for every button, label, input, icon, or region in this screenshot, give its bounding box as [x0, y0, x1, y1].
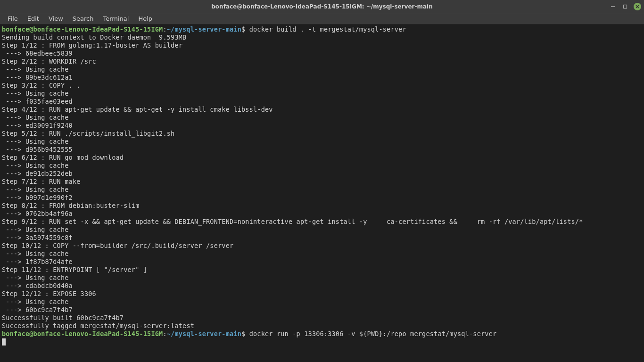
output-line: ---> Using cache: [2, 162, 642, 170]
output-line: ---> de91db252deb: [2, 170, 642, 178]
menubar: File Edit View Search Terminal Help: [0, 13, 644, 25]
output-line: ---> cdabdcb0d40a: [2, 282, 642, 290]
output-line: Sending build context to Docker daemon 9…: [2, 33, 642, 41]
output-line: Step 3/12 : COPY . .: [2, 82, 642, 90]
output-line: Step 1/12 : FROM golang:1.17-buster AS b…: [2, 41, 642, 49]
output-line: ---> ed30091f9240: [2, 122, 642, 130]
output-line: ---> Using cache: [2, 114, 642, 122]
output-line: ---> Using cache: [2, 226, 642, 234]
close-button[interactable]: [634, 3, 641, 10]
output-line: ---> 89be3dc612a1: [2, 74, 642, 82]
output-line: ---> f035fae03eed: [2, 98, 642, 106]
window-controls: [609, 3, 641, 10]
maximize-button[interactable]: [621, 3, 629, 10]
output-line: ---> Using cache: [2, 274, 642, 282]
output-line: Step 11/12 : ENTRYPOINT [ "/server" ]: [2, 266, 642, 274]
output-line: Step 10/12 : COPY --from=builder /src/.b…: [2, 242, 642, 250]
cwd-path: ~/mysql-server-main: [167, 25, 241, 33]
cwd-path: ~/mysql-server-main: [167, 330, 241, 337]
prompt-line-2: bonface@bonface-Lenovo-IdeaPad-S145-15IG…: [2, 330, 642, 338]
menu-help[interactable]: Help: [133, 14, 157, 23]
output-line: ---> 0762bb4af96a: [2, 210, 642, 218]
output-line: Step 7/12 : RUN make: [2, 178, 642, 186]
output-line: ---> Using cache: [2, 90, 642, 98]
terminal-output[interactable]: bonface@bonface-Lenovo-IdeaPad-S145-15IG…: [0, 25, 644, 362]
output-line: ---> Using cache: [2, 138, 642, 146]
output-line: ---> 68edbeec5839: [2, 49, 642, 58]
menu-search[interactable]: Search: [68, 14, 99, 23]
output-line: Successfully tagged mergestat/mysql-serv…: [2, 322, 642, 330]
output-line: ---> d956b9452555: [2, 146, 642, 154]
output-line: Step 12/12 : EXPOSE 3306: [2, 290, 642, 298]
output-line: ---> Using cache: [2, 66, 642, 74]
output-line: ---> 1f87b87d4afe: [2, 258, 642, 266]
command-2: docker run -p 13306:3306 -v ${PWD}:/repo…: [245, 330, 496, 337]
cursor-icon: [2, 338, 6, 346]
window-title: bonface@bonface-Lenovo-IdeaPad-S145-15IG…: [211, 3, 432, 10]
output-line: Step 8/12 : FROM debian:buster-slim: [2, 202, 642, 210]
output-line: Step 2/12 : WORKDIR /src: [2, 58, 642, 66]
output-line: Step 6/12 : RUN go mod download: [2, 154, 642, 162]
output-line: Step 5/12 : RUN ./scripts/install_libgit…: [2, 130, 642, 138]
output-line: ---> Using cache: [2, 186, 642, 194]
command-1: docker build . -t mergestat/mysql-server: [245, 25, 406, 33]
cursor-line: [2, 338, 642, 346]
output-line: ---> Using cache: [2, 298, 642, 306]
minimize-button[interactable]: [609, 3, 617, 10]
output-line: Step 9/12 : RUN set -x && apt-get update…: [2, 218, 642, 226]
svg-rect-1: [624, 5, 627, 8]
menu-edit[interactable]: Edit: [23, 14, 44, 23]
output-line: ---> 60bc9ca7f4b7: [2, 306, 642, 314]
output-line: ---> Using cache: [2, 250, 642, 258]
menu-view[interactable]: View: [44, 14, 68, 23]
titlebar: bonface@bonface-Lenovo-IdeaPad-S145-15IG…: [0, 0, 644, 13]
menu-file[interactable]: File: [3, 14, 23, 23]
user-host: bonface@bonface-Lenovo-IdeaPad-S145-15IG…: [2, 330, 163, 337]
output-line: Step 4/12 : RUN apt-get update && apt-ge…: [2, 106, 642, 114]
output-line: ---> 3a5974559c8f: [2, 234, 642, 242]
user-host: bonface@bonface-Lenovo-IdeaPad-S145-15IG…: [2, 25, 163, 33]
menu-terminal[interactable]: Terminal: [98, 14, 133, 23]
output-line: ---> b997d1e990f2: [2, 194, 642, 202]
prompt-line-1: bonface@bonface-Lenovo-IdeaPad-S145-15IG…: [2, 25, 642, 33]
output-line: Successfully built 60bc9ca7f4b7: [2, 314, 642, 322]
